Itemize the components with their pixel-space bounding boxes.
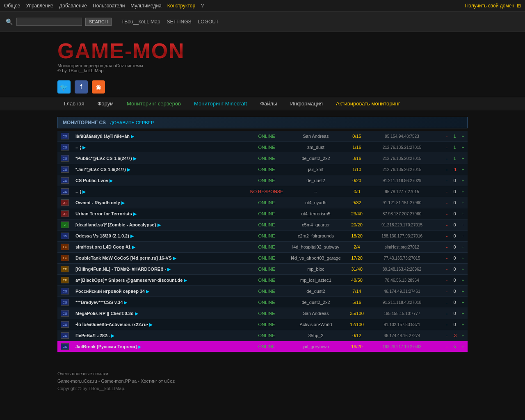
server-row[interactable]: CS Íàñíûåäàéíÿû !àyïí ñåé÷àñ ▶ ONLINE Sa… bbox=[57, 131, 468, 142]
server-rating: - 0 + bbox=[435, 308, 468, 319]
twitter-icon[interactable]: 🐦 bbox=[57, 80, 71, 94]
rating-plus-btn[interactable]: + bbox=[462, 167, 464, 172]
rss-icon[interactable]: ◉ bbox=[92, 80, 105, 94]
server-row[interactable]: CS MegaPolis-RP || Client:0.3d ▶ ONLINE … bbox=[57, 308, 468, 319]
search-button[interactable]: SEARCH bbox=[85, 18, 112, 26]
rating-plus-btn[interactable]: + bbox=[462, 344, 464, 349]
rating-minus-btn[interactable]: - bbox=[446, 222, 448, 227]
rating-minus-btn[interactable]: - bbox=[446, 300, 448, 305]
footer-link-gamemon-ucoz[interactable]: Game-mon.uCoz.ru bbox=[57, 379, 97, 383]
rating-minus-btn[interactable]: - bbox=[446, 289, 448, 294]
server-row[interactable]: CS *Public*@LVZ CS 1.6(24/7) ▶ ONLINE de… bbox=[57, 153, 468, 164]
rating-plus-btn[interactable]: + bbox=[462, 333, 464, 338]
rating-plus-btn[interactable]: + bbox=[462, 233, 464, 238]
rating-minus-btn[interactable]: - bbox=[446, 278, 448, 283]
rating-minus-btn[interactable]: - bbox=[446, 233, 448, 238]
nav-link-help[interactable]: ? bbox=[201, 3, 204, 9]
nav-link-konstruktor[interactable]: Конструктор bbox=[167, 3, 195, 9]
rating-value: 5 bbox=[451, 344, 459, 349]
server-row[interactable]: CS -- ¦ ▶ ONLINE zm_dust 1/16 212.76.135… bbox=[57, 142, 468, 153]
server-status: ONLINE bbox=[246, 330, 287, 341]
user-profile-link[interactable]: TBou__koLLIMap bbox=[121, 19, 160, 25]
nav-files[interactable]: Файлы bbox=[253, 97, 283, 110]
server-row[interactable]: TF [Killing4Fun.NL] - TDM#2- #HARDCORE!!… bbox=[57, 264, 468, 275]
rating-plus-btn[interactable]: + bbox=[462, 300, 464, 305]
server-ip: 95.78.127.7:27015 bbox=[369, 186, 435, 197]
nav-glavnaya[interactable]: Главная bbox=[57, 97, 91, 110]
facebook-icon[interactable]: f bbox=[75, 80, 88, 94]
rating-minus-btn[interactable]: - bbox=[446, 322, 448, 327]
rating-plus-btn[interactable]: + bbox=[462, 178, 464, 183]
server-map: San Andreas bbox=[287, 308, 345, 319]
rating-plus-btn[interactable]: + bbox=[462, 134, 464, 139]
server-row[interactable]: L4 DoubleTank MeW CoCoS [l4d.perm.ru] 16… bbox=[57, 253, 468, 264]
server-ip: 89.248.163.42:28962 bbox=[369, 264, 435, 275]
nav-information[interactable]: Информация bbox=[284, 97, 330, 110]
nav-link-obshee[interactable]: Общее bbox=[4, 3, 20, 9]
rating-minus-btn[interactable]: - bbox=[446, 200, 448, 205]
get-domain-link[interactable]: Получить свой домен bbox=[465, 3, 514, 9]
top-nav-links: Общее Управление Добавление Пользователи… bbox=[4, 3, 465, 9]
rating-minus-btn[interactable]: - bbox=[446, 244, 448, 249]
footer-link-hosting[interactable]: Хостинг от uCoz bbox=[141, 379, 175, 383]
rating-plus-btn[interactable]: + bbox=[462, 222, 464, 227]
nav-monitoring-serverov[interactable]: Мониторинг серверов bbox=[120, 97, 187, 110]
server-players: 23/40 bbox=[345, 208, 369, 219]
rating-plus-btn[interactable]: + bbox=[462, 244, 464, 249]
rating-plus-btn[interactable]: + bbox=[462, 156, 464, 161]
nav-link-upravlenie[interactable]: Управление bbox=[26, 3, 53, 9]
rating-plus-btn[interactable]: + bbox=[462, 200, 464, 205]
server-row[interactable]: TF a=[BlackOps]= Snipers @gameserver-dis… bbox=[57, 275, 468, 286]
rating-minus-btn[interactable]: - bbox=[446, 333, 448, 338]
server-row[interactable]: Z [deadland.su]^{Zombie - Apocalypse} ▶ … bbox=[57, 219, 468, 231]
add-server-link[interactable]: ДОБАВИТЬ СЕРВЕР bbox=[110, 120, 154, 125]
server-players: 3/16 bbox=[345, 153, 369, 164]
server-row[interactable]: CS *Jail*@LVZ CS 1.6(24/7) ▶ ONLINE jail… bbox=[57, 164, 468, 175]
rating-minus-btn[interactable]: - bbox=[446, 211, 448, 216]
rating-minus-btn[interactable]: - bbox=[446, 134, 448, 139]
rating-value: 0 bbox=[451, 289, 459, 294]
rating-plus-btn[interactable]: + bbox=[462, 256, 464, 260]
game-icon: UT bbox=[61, 210, 69, 217]
rating-plus-btn[interactable]: + bbox=[462, 145, 464, 150]
server-row[interactable]: UT Urban Terror for Terrorists ▶ ONLINE … bbox=[57, 208, 468, 219]
footer-link-gamemon-pp[interactable]: Game-mon.PP.ua bbox=[101, 379, 137, 383]
server-row[interactable]: CS •Íú Ìóéà0üeéñú•Activision.rx22.ru• ▶ … bbox=[57, 319, 468, 330]
rating-minus-btn[interactable]: - bbox=[446, 311, 448, 316]
rating-minus-btn[interactable]: - bbox=[446, 145, 448, 150]
rating-minus-btn[interactable]: - bbox=[446, 344, 448, 349]
nav-monitoring-minecraft[interactable]: Мониторинг Minecraft bbox=[187, 97, 253, 110]
nav-link-polzovateli[interactable]: Пользователи bbox=[93, 3, 125, 9]
rating-plus-btn[interactable]: + bbox=[462, 278, 464, 283]
rating-plus-btn[interactable]: + bbox=[462, 289, 464, 294]
server-row[interactable]: CS Odessa Vs 18/20 (2.1.0.2) ▶ ONLINE c2… bbox=[57, 231, 468, 242]
rating-minus-btn[interactable]: - bbox=[446, 167, 448, 172]
rating-minus-btn[interactable]: - bbox=[446, 256, 448, 260]
nav-link-multimedia[interactable]: Мультимедиа bbox=[130, 3, 161, 9]
server-row[interactable]: CS -- ¦ ▶ NO RESPONSE -- 0/0 95.78.127.7… bbox=[57, 186, 468, 197]
rating-minus-btn[interactable]: - bbox=[446, 267, 448, 272]
rating-minus-btn[interactable]: - bbox=[446, 178, 448, 183]
server-row[interactable]: CS CS Public Lvov ▶ ONLINE de_dust2 0/20… bbox=[57, 175, 468, 186]
nav-link-dobavlenie[interactable]: Добавление bbox=[59, 3, 87, 9]
logout-link[interactable]: LOGOUT bbox=[198, 19, 219, 25]
search-input[interactable] bbox=[16, 18, 82, 26]
settings-link[interactable]: SETTINGS bbox=[167, 19, 192, 25]
server-row[interactable]: CS ***Bradyev***CSS v.34 ▶ ONLINE de_dus… bbox=[57, 297, 468, 308]
nav-activate-monitoring[interactable]: Активировать мониторинг bbox=[329, 97, 406, 110]
nav-forum[interactable]: Форум bbox=[91, 97, 120, 110]
rating-plus-btn[interactable]: + bbox=[462, 267, 464, 272]
rating-plus-btn[interactable]: + bbox=[462, 311, 464, 316]
server-row[interactable]: CS JailBreak [Русская Тюрьма] ▶ ONLINE j… bbox=[57, 341, 468, 352]
server-row[interactable]: CS Российский игровой сервер 34 ▶ ONLINE… bbox=[57, 286, 468, 297]
rating-minus-btn[interactable]: - bbox=[446, 156, 448, 161]
rating-plus-btn[interactable]: + bbox=[462, 189, 464, 194]
server-row[interactable]: UT Owned - Riyadh only ▶ ONLINE ut4_riya… bbox=[57, 197, 468, 208]
server-row[interactable]: L4 simHost.org L4D Coop #1 ▶ ONLINE l4d_… bbox=[57, 242, 468, 253]
server-row[interactable]: CS ПеРеВаЛ .:282:. ▶ ONLINE 35hp_2 0/12 … bbox=[57, 330, 468, 341]
server-players: 0/0 bbox=[345, 186, 369, 197]
rating-minus-btn[interactable]: - bbox=[446, 189, 448, 194]
rating-plus-btn[interactable]: + bbox=[462, 322, 464, 327]
rating-plus-btn[interactable]: + bbox=[462, 211, 464, 216]
server-map: jail_greytown bbox=[287, 341, 345, 352]
